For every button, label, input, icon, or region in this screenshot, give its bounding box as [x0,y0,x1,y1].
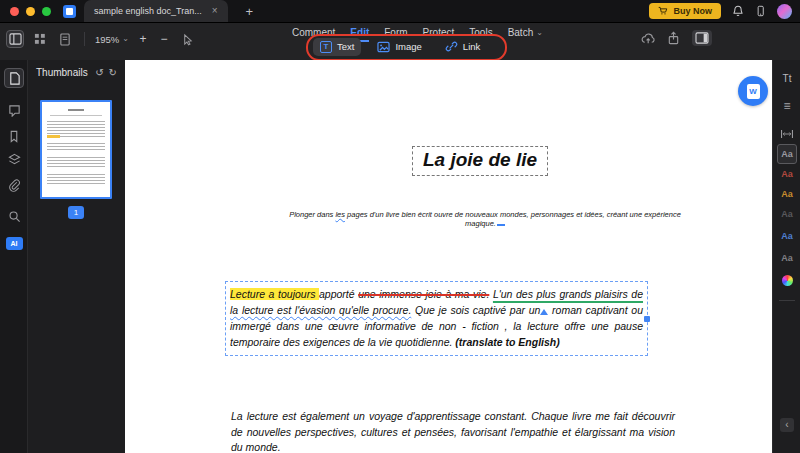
user-avatar[interactable] [777,4,792,19]
paragraph-text: Que je sois captivé par un [411,304,540,316]
zoom-in-button[interactable]: + [136,33,150,45]
ai-icon: AI [6,237,23,250]
menu-batch-label: Batch [508,27,534,38]
thumbnails-panel: Thumbnails ↺ ↻ 1 [28,60,125,453]
left-icon-strip: AI [0,60,28,453]
layers-icon [8,153,21,166]
zoom-window-button[interactable] [42,7,51,16]
zoom-out-button[interactable]: − [157,33,171,45]
thumbnail-content [50,115,102,116]
edit-image-label: Image [395,41,421,52]
font-style-preset-red[interactable]: Aa [777,164,797,184]
reading-panel-icon [695,32,709,44]
edit-link-label: Link [463,41,480,52]
thumbnail-highlight [47,135,60,138]
layers-panel-button[interactable] [4,149,24,169]
zoom-level-dropdown[interactable]: 195% ⌄ [95,34,129,45]
new-tab-button[interactable]: + [246,4,254,19]
page-thumbnail[interactable] [40,100,112,199]
spellcheck-mark [497,224,505,226]
zoom-level-value: 195% [95,34,119,45]
font-style-preset-gray[interactable]: Aa [777,204,797,224]
search-panel-button[interactable] [4,206,24,226]
convert-to-word-button[interactable]: W [738,76,768,106]
page-icon [59,33,71,46]
horizontal-spacing-icon [780,129,794,139]
color-picker-button[interactable] [777,270,797,290]
font-properties-button[interactable]: Tt [777,68,797,88]
ai-assistant-button[interactable]: AI [4,233,24,253]
selection-resize-handle[interactable] [644,316,650,322]
window-controls [10,7,51,16]
tab-title: sample english doc_Tran... [94,6,202,16]
text-tool-icon: T [320,41,332,53]
page-view-button[interactable] [56,30,74,48]
comment-bubble-icon [8,104,21,117]
page-number-badge: 1 [68,206,84,219]
subtitle-text: pages d'un livre bien écrit ouvre de nou… [345,210,681,228]
paragraph-2[interactable]: La lecture est également un voyage d'app… [231,409,675,453]
rotate-left-icon[interactable]: ↺ [95,68,103,78]
buy-now-label: Buy Now [673,6,712,16]
toolbar: 195% ⌄ + − Comment Edit Form Protect Too… [0,22,800,60]
notification-bell-icon[interactable] [732,5,744,17]
subtitle-text: Plonger dans [289,210,335,219]
translate-note-text: (translate to English) [455,336,559,348]
font-style-preset-blue[interactable]: Aa [777,226,797,246]
attachments-panel-button[interactable] [4,175,24,195]
document-tab[interactable]: sample english doc_Tran... × [84,0,228,22]
pointer-tool-icon [181,33,194,46]
subtitle-marked-word: les [335,210,345,219]
thumbnail-content [47,143,105,152]
divider [779,300,795,301]
grid-view-button[interactable] [31,30,49,48]
link-tool-icon [445,40,458,53]
tab-close-icon[interactable]: × [212,6,218,16]
collapse-panel-button[interactable]: ‹ [780,418,794,432]
color-wheel-icon [782,275,793,286]
edit-tools-group: T Text Image Link [313,37,487,56]
select-tool-button[interactable] [178,30,196,48]
buy-now-button[interactable]: Buy Now [649,3,721,19]
edit-text-button[interactable]: T Text [313,38,361,56]
green-underlined-text: L'un des plus grands plaisirs de [493,288,643,300]
thumbnails-panel-button[interactable] [4,68,24,88]
mobile-device-icon[interactable] [755,5,766,17]
thumbnail-content [68,109,84,111]
spacing-button[interactable] [777,124,797,144]
comments-panel-button[interactable] [4,100,24,120]
share-icon[interactable] [667,31,680,45]
reading-panel-button[interactable] [692,30,712,46]
toggle-sidebar-button[interactable] [6,30,24,48]
font-style-preset-selected[interactable]: Aa [777,144,797,164]
menu-batch[interactable]: Batch ⌄ [508,27,543,40]
word-document-icon: W [747,84,760,99]
document-subtitle[interactable]: Plonger dans les pages d'un livre bien é… [285,210,685,228]
grid-icon [34,33,46,45]
document-canvas[interactable]: W La joie de lie Plonger dans les pages … [125,60,772,453]
app-logo-icon [63,5,76,18]
font-style-preset-yellow[interactable]: Aa [777,184,797,204]
paperclip-icon [8,179,21,192]
chevron-down-icon: ⌄ [122,35,129,43]
paragraph-align-button[interactable]: ≡ [777,96,797,116]
titlebar: sample english doc_Tran... × + Buy Now [0,0,800,22]
close-window-button[interactable] [10,7,19,16]
selected-paragraph-textbox[interactable]: Lecture a toujours apporté une immense j… [225,281,648,356]
bookmarks-panel-button[interactable] [4,126,24,146]
edit-image-button[interactable]: Image [370,38,428,56]
document-title-textbox[interactable]: La joie de lie [412,146,548,176]
edit-link-button[interactable]: Link [438,37,487,56]
cloud-upload-icon[interactable] [641,32,655,45]
image-tool-icon [377,41,390,53]
font-style-preset-light-gray[interactable]: Aa [777,248,797,268]
minimize-window-button[interactable] [26,7,35,16]
rotate-right-icon[interactable]: ↻ [109,68,117,78]
bookmark-icon [8,130,20,143]
thumbnail-content [47,157,105,169]
document-icon [8,72,21,85]
edit-text-label: Text [337,41,354,52]
paragraph-text: apporté [319,288,358,300]
search-icon [8,210,21,223]
strikethrough-text: une immense joie à ma vie. [358,288,489,300]
